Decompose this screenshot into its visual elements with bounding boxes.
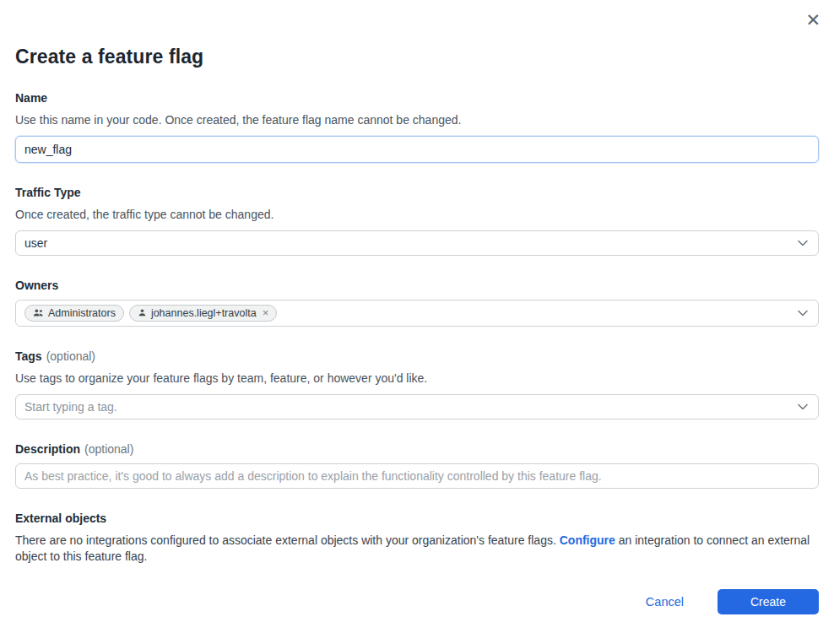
person-icon: [138, 308, 147, 317]
traffic-type-field-group: Traffic Type Once created, the traffic t…: [15, 186, 819, 256]
owners-select[interactable]: Administrators johannes.liegl+travolta ×: [15, 300, 819, 327]
modal-content: Create a feature flag Name Use this name…: [0, 0, 834, 614]
description-input[interactable]: [15, 463, 819, 489]
close-icon[interactable]: ✕: [805, 12, 820, 30]
remove-owner-icon[interactable]: ×: [263, 307, 269, 318]
owner-chip-user[interactable]: johannes.liegl+travolta ×: [129, 305, 277, 322]
owners-label: Owners: [15, 279, 819, 292]
description-label: Description: [15, 442, 80, 456]
configure-link[interactable]: Configure: [560, 533, 615, 547]
owner-chip-label: Administrators: [48, 307, 116, 319]
modal-footer: Cancel Create: [15, 589, 819, 614]
owner-chip-administrators[interactable]: Administrators: [24, 305, 124, 322]
owners-field-group: Owners Administrators: [15, 279, 819, 327]
modal-title: Create a feature flag: [15, 46, 819, 68]
name-helper: Use this name in your code. Once created…: [15, 112, 819, 128]
name-input[interactable]: [15, 136, 819, 163]
create-button[interactable]: Create: [718, 589, 819, 614]
create-feature-flag-modal: ✕ Create a feature flag Name Use this na…: [0, 0, 834, 644]
tags-label: Tags: [15, 349, 42, 363]
traffic-type-helper: Once created, the traffic type cannot be…: [15, 207, 819, 223]
chevron-down-icon: [798, 240, 808, 246]
description-label-row: Description (optional): [15, 442, 819, 456]
tags-optional-label: (optional): [46, 349, 95, 363]
traffic-type-value: user: [24, 236, 47, 250]
external-objects-group: External objects There are no integratio…: [15, 511, 819, 565]
tags-helper: Use tags to organize your feature flags …: [15, 371, 819, 387]
description-field-group: Description (optional): [15, 442, 819, 489]
description-optional-label: (optional): [84, 442, 133, 456]
tags-select[interactable]: Start typing a tag.: [15, 394, 819, 419]
group-icon: [33, 308, 44, 317]
owner-chip-label: johannes.liegl+travolta: [151, 307, 257, 319]
chevron-down-icon: [798, 403, 808, 410]
name-field-group: Name Use this name in your code. Once cr…: [15, 91, 819, 163]
tags-label-row: Tags (optional): [15, 349, 819, 363]
external-objects-label: External objects: [15, 511, 819, 525]
name-label: Name: [15, 91, 819, 105]
tags-placeholder: Start typing a tag.: [24, 400, 117, 414]
traffic-type-select[interactable]: user: [15, 230, 819, 256]
external-objects-text-before: There are no integrations configured to …: [15, 533, 560, 547]
external-objects-text: There are no integrations configured to …: [15, 533, 819, 565]
traffic-type-label: Traffic Type: [15, 186, 819, 199]
tags-field-group: Tags (optional) Use tags to organize you…: [15, 349, 819, 419]
cancel-button[interactable]: Cancel: [646, 595, 684, 609]
chevron-down-icon: [798, 310, 808, 317]
